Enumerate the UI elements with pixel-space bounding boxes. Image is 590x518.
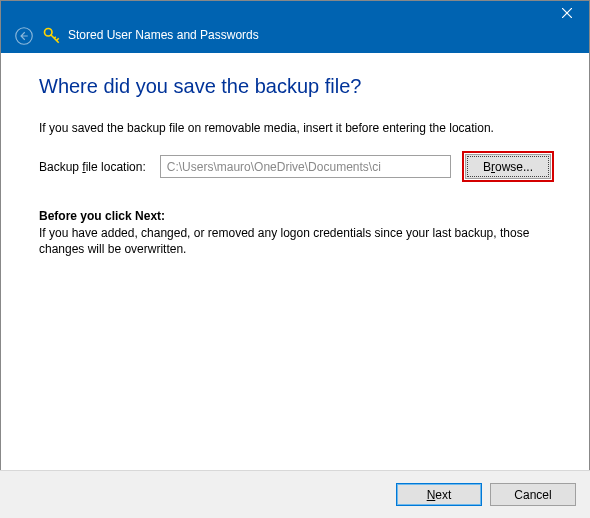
titlebar: Stored User Names and Passwords <box>1 1 589 53</box>
location-input[interactable] <box>160 155 451 178</box>
next-button[interactable]: Next <box>396 483 482 506</box>
page-heading: Where did you save the backup file? <box>39 75 551 98</box>
before-next-heading: Before you click Next: <box>39 209 551 223</box>
content-area: Where did you save the backup file? If y… <box>1 53 589 463</box>
browse-button[interactable]: Browse... <box>465 154 551 179</box>
before-next-text: If you have added, changed, or removed a… <box>39 225 551 257</box>
location-label: Backup file location: <box>39 160 146 174</box>
key-icon <box>43 27 61 45</box>
back-arrow-icon <box>15 27 33 45</box>
cancel-button[interactable]: Cancel <box>490 483 576 506</box>
close-button[interactable] <box>544 1 589 25</box>
close-icon <box>562 8 572 18</box>
wizard-footer: Next Cancel <box>0 470 590 518</box>
window-title: Stored User Names and Passwords <box>68 28 259 42</box>
instruction-text: If you saved the backup file on removabl… <box>39 120 551 136</box>
location-row: Backup file location: Browse... <box>39 154 551 179</box>
svg-line-6 <box>54 37 56 39</box>
back-button <box>15 27 33 45</box>
svg-line-5 <box>57 38 59 40</box>
